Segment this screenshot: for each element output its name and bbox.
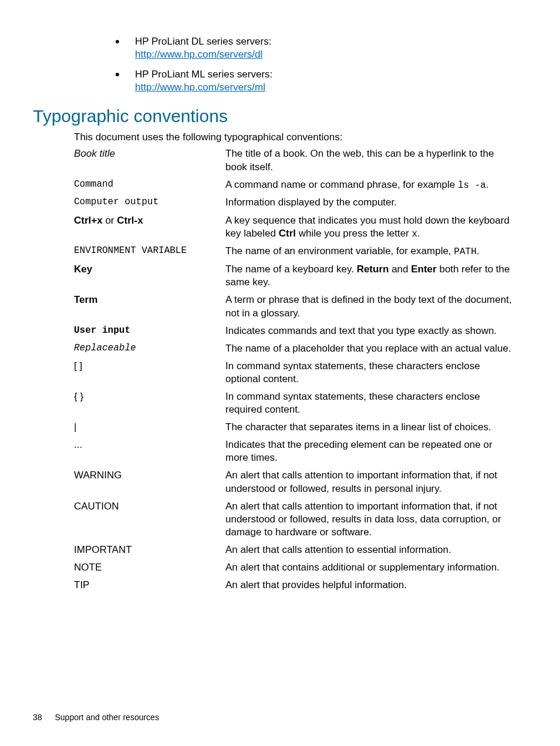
def-desc: The character that separates items in a … [225,421,512,434]
def-desc: An alert that calls attention to importa… [225,469,512,495]
def-term: ENVIRONMENT VARIABLE [74,245,225,257]
section-heading: Typographic conventions [33,104,512,127]
def-row: NOTE An alert that contains additional o… [74,561,512,574]
def-row: User input Indicates commands and text t… [74,325,512,337]
def-term: [ ] [74,360,225,373]
def-term: User input [74,325,225,337]
def-row: Replaceable The name of a placeholder th… [74,342,512,355]
def-desc: The name of a keyboard key. Return and E… [225,263,512,289]
text: or [103,215,117,226]
def-row: IMPORTANT An alert that calls attention … [74,544,512,556]
key-name: Enter [411,264,436,275]
text: and [389,264,411,275]
def-row: CAUTION An alert that calls attention to… [74,500,512,539]
def-row: ENVIRONMENT VARIABLE The name of an envi… [74,245,512,258]
def-term: CAUTION [74,500,225,513]
key-seq: Ctrl+x [74,215,103,226]
server-link-ml[interactable]: http://www.hp.com/servers/ml [135,82,265,93]
def-row: WARNING An alert that calls attention to… [74,469,512,495]
def-desc: An alert that contains additional or sup… [225,561,512,574]
def-row: [ ] In command syntax statements, these … [74,360,512,386]
text: A command name or command phrase, for ex… [225,179,458,190]
def-desc: Indicates commands and text that you typ… [225,325,512,337]
def-term: NOTE [74,561,225,574]
server-link-dl[interactable]: http://www.hp.com/servers/dl [135,49,262,60]
def-term: Ctrl+x or Ctrl-x [74,214,225,227]
def-desc: A command name or command phrase, for ex… [225,178,512,192]
def-desc: A key sequence that indicates you must h… [225,214,512,241]
def-term: IMPORTANT [74,544,225,556]
code: PATH [454,247,476,257]
def-desc: The name of an environment variable, for… [225,245,512,258]
text: . [486,179,489,190]
server-link-list: HP ProLiant DL series servers: http://ww… [33,35,512,94]
def-desc: Information displayed by the computer. [225,196,512,209]
def-desc: The title of a book. On the web, this ca… [225,147,512,173]
def-row: | The character that separates items in … [74,421,512,434]
key-name: Return [357,264,389,275]
def-desc: Indicates that the preceding element can… [225,438,512,464]
def-row: TIP An alert that provides helpful infor… [74,579,512,592]
def-row: Book title The title of a book. On the w… [74,147,512,173]
bullet-text: HP ProLiant DL series servers: [135,36,271,47]
def-desc: A term or phrase that is defined in the … [225,293,512,319]
def-desc: An alert that calls attention to essenti… [225,544,512,556]
list-item: HP ProLiant DL series servers: http://ww… [115,35,512,61]
intro-text: This document uses the following typogra… [74,131,512,144]
def-desc: An alert that provides helpful informati… [225,579,512,592]
def-row: ... Indicates that the preceding element… [74,438,512,464]
key-seq: Ctrl-x [117,215,143,226]
def-row: Key The name of a keyboard key. Return a… [74,263,512,289]
def-term: { } [74,390,225,403]
text: . [417,228,420,239]
list-item: HP ProLiant ML series servers: http://ww… [115,68,512,94]
footer-section: Support and other resources [55,713,158,722]
def-term: Replaceable [74,342,225,355]
def-term: TIP [74,579,225,592]
page-number: 38 [33,712,42,723]
def-term: | [74,421,225,434]
def-row: Command A command name or command phrase… [74,178,512,192]
def-row: { } In command syntax statements, these … [74,390,512,416]
def-desc: In command syntax statements, these char… [225,390,512,416]
def-term: Book title [74,147,225,160]
def-term: Command [74,178,225,191]
text: . [477,245,480,256]
bullet-text: HP ProLiant ML series servers: [135,69,272,80]
def-desc: An alert that calls attention to importa… [225,500,512,539]
def-desc: In command syntax statements, these char… [225,360,512,386]
def-term: WARNING [74,469,225,482]
text: while you press the letter [296,228,411,239]
code: ls -a [458,180,486,191]
def-row: Computer output Information displayed by… [74,196,512,209]
code: x [412,229,418,239]
def-term: Term [74,293,225,306]
def-term: Key [74,263,225,276]
page-footer: 38 Support and other resources [33,712,159,723]
text: The name of a keyboard key. [225,264,357,275]
definition-list: Book title The title of a book. On the w… [74,147,512,592]
def-term: ... [74,438,225,451]
key-name: Ctrl [279,228,296,239]
def-row: Ctrl+x or Ctrl-x A key sequence that ind… [74,214,512,241]
def-desc: The name of a placeholder that you repla… [225,342,512,355]
def-term: Computer output [74,196,225,208]
def-row: Term A term or phrase that is defined in… [74,293,512,319]
text: The name of an environment variable, for… [225,245,454,256]
